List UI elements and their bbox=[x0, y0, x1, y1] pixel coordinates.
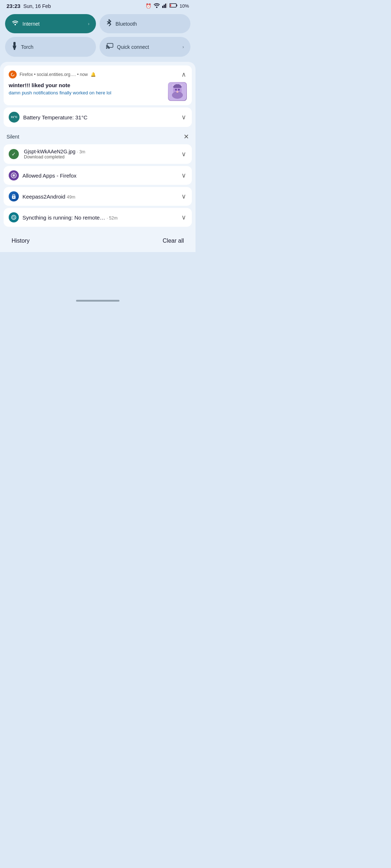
battery-temp-notification[interactable]: 31°C Battery Temperature: 31°C ∨ bbox=[4, 107, 192, 127]
notification-footer: History Clear all bbox=[0, 229, 196, 252]
internet-arrow-icon: › bbox=[88, 21, 89, 26]
syncthing-time: · 52m bbox=[107, 216, 118, 221]
quickconnect-tile-label: Quick connect bbox=[117, 44, 179, 50]
allowed-apps-notification[interactable]: Allowed Apps - Firefox ∨ bbox=[4, 166, 192, 185]
syncthing-label: Syncthing is running: No remote… · 52m bbox=[22, 214, 177, 221]
bluetooth-tile-label: Bluetooth bbox=[115, 21, 184, 27]
qs-tile-bluetooth[interactable]: Bluetooth bbox=[100, 14, 190, 33]
bottom-pill bbox=[76, 300, 119, 302]
firefox-notif-title: winter!!! liked your note bbox=[9, 82, 164, 88]
keepass-time: 49m bbox=[67, 195, 75, 200]
torch-qs-icon bbox=[12, 42, 17, 52]
svg-rect-1 bbox=[162, 6, 163, 8]
svg-marker-12 bbox=[13, 46, 16, 48]
svg-rect-11 bbox=[13, 42, 16, 46]
clear-all-button[interactable]: Clear all bbox=[158, 235, 188, 247]
svg-point-8 bbox=[14, 24, 16, 25]
torch-tile-label: Torch bbox=[21, 44, 89, 50]
battery-temp-expand-icon[interactable]: ∨ bbox=[181, 112, 187, 122]
signal-icon bbox=[162, 3, 167, 9]
svg-point-23 bbox=[175, 89, 177, 91]
svg-rect-2 bbox=[164, 5, 165, 8]
syncthing-icon bbox=[9, 212, 19, 222]
notification-panel: Firefox • social.entities.org…. • now 🔔 … bbox=[0, 62, 196, 252]
svg-point-30 bbox=[13, 197, 14, 198]
wifi-icon bbox=[154, 3, 160, 9]
qs-tile-torch[interactable]: Torch bbox=[5, 37, 96, 57]
svg-rect-7 bbox=[170, 4, 171, 7]
status-time: 23:23 bbox=[7, 3, 20, 9]
firefox-collapse-icon[interactable]: ∧ bbox=[181, 70, 187, 79]
bottom-nav-bar bbox=[0, 295, 196, 305]
firefox-notif-meta: Firefox • social.entities.org…. • now 🔔 bbox=[20, 72, 178, 77]
status-date: Sun, 16 Feb bbox=[23, 3, 51, 9]
download-expand-icon[interactable]: ∨ bbox=[181, 149, 187, 159]
svg-rect-13 bbox=[14, 48, 15, 50]
firefox-app-icon bbox=[9, 71, 17, 78]
history-button[interactable]: History bbox=[7, 235, 34, 247]
keepass-notification[interactable]: Keepass2Android 49m ∨ bbox=[4, 187, 192, 206]
qs-tile-internet[interactable]: Internet › bbox=[5, 14, 96, 33]
firefox-notif-body: damn push notifications finally worked o… bbox=[9, 90, 164, 96]
svg-point-31 bbox=[12, 215, 16, 220]
battery-icon bbox=[169, 3, 177, 9]
firefox-notification[interactable]: Firefox • social.entities.org…. • now 🔔 … bbox=[4, 65, 192, 105]
battery-temp-badge: 31°C bbox=[9, 112, 20, 123]
bluetooth-qs-icon bbox=[106, 19, 112, 28]
empty-area bbox=[0, 252, 196, 295]
svg-rect-4 bbox=[167, 3, 167, 8]
internet-tile-label: Internet bbox=[22, 21, 84, 27]
svg-point-0 bbox=[156, 7, 157, 8]
svg-point-24 bbox=[178, 89, 180, 91]
silent-section-header: Silent ✕ bbox=[0, 129, 196, 142]
wifi-qs-icon bbox=[12, 20, 19, 27]
download-filename: Gjspt-kWkAAeN2G.jpg · 3m bbox=[24, 149, 177, 154]
silent-close-icon[interactable]: ✕ bbox=[184, 133, 189, 141]
status-icons: ⏰ 10% bbox=[146, 3, 189, 9]
allowed-apps-expand-icon[interactable]: ∨ bbox=[181, 171, 187, 180]
quickconnect-arrow-icon: › bbox=[182, 44, 184, 50]
firefox-notif-thumb bbox=[168, 82, 187, 101]
quick-settings: Internet › Bluetooth Torch bbox=[0, 10, 196, 62]
download-notification[interactable]: ✓ Gjspt-kWkAAeN2G.jpg · 3m Download comp… bbox=[4, 144, 192, 164]
allowed-apps-label: Allowed Apps - Firefox bbox=[22, 173, 177, 179]
status-bar: 23:23 Sun, 16 Feb ⏰ bbox=[0, 0, 196, 10]
battery-percent: 10% bbox=[180, 3, 189, 9]
svg-rect-6 bbox=[176, 5, 177, 7]
svg-point-28 bbox=[13, 175, 14, 176]
syncthing-notification[interactable]: Syncthing is running: No remote… · 52m ∨ bbox=[4, 208, 192, 227]
keepass-expand-icon[interactable]: ∨ bbox=[181, 192, 187, 201]
svg-rect-3 bbox=[165, 4, 166, 8]
qs-tile-quickconnect[interactable]: Quick connect › bbox=[100, 37, 190, 57]
syncthing-expand-icon[interactable]: ∨ bbox=[181, 213, 187, 222]
download-app-icon: ✓ bbox=[9, 149, 19, 159]
svg-point-25 bbox=[176, 91, 178, 93]
allowed-apps-icon bbox=[9, 170, 19, 180]
battery-temp-label: Battery Temperature: 31°C bbox=[23, 114, 177, 120]
svg-rect-14 bbox=[107, 43, 113, 47]
keepass-icon bbox=[9, 191, 19, 201]
download-status: Download completed bbox=[24, 154, 177, 159]
keepass-label: Keepass2Android 49m bbox=[22, 193, 177, 200]
cast-qs-icon bbox=[106, 43, 113, 51]
silent-label: Silent bbox=[7, 134, 19, 140]
alarm-icon: ⏰ bbox=[146, 3, 151, 9]
